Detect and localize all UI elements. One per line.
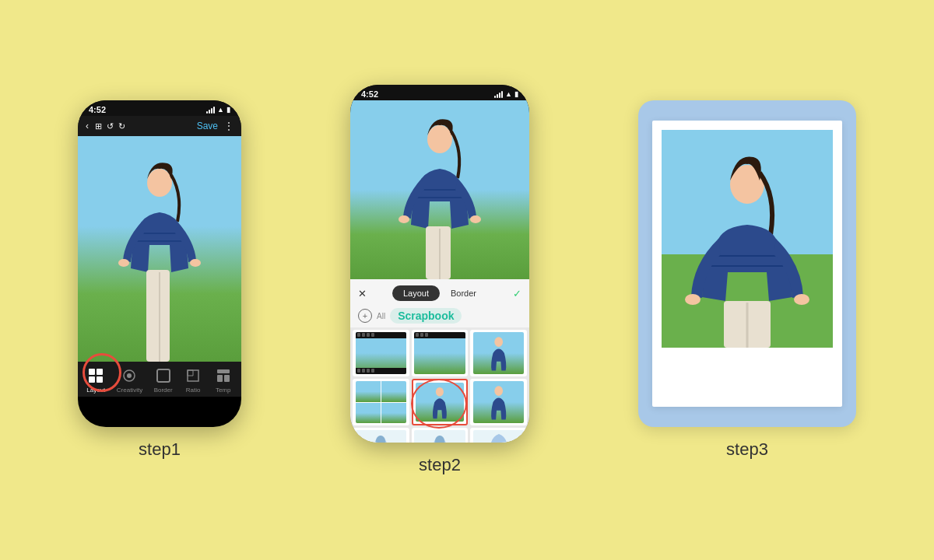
border-toolbar-item[interactable]: Border: [154, 366, 173, 394]
svg-point-2: [190, 259, 201, 267]
photo-area-2: [350, 100, 529, 279]
svg-point-21: [436, 387, 444, 397]
layout-thumb-7[interactable]: [353, 428, 409, 443]
panel-close-icon[interactable]: ✕: [358, 288, 367, 299]
ratio-label: Ratio: [186, 387, 201, 394]
svg-point-28: [685, 294, 700, 305]
status-bar-1: 4:52 ▲ ▮: [78, 100, 241, 116]
add-category-button[interactable]: +: [358, 309, 372, 323]
svg-rect-12: [217, 369, 230, 373]
bottom-toolbar-1: Layout Creativity: [78, 362, 241, 397]
ratio-icon: [184, 366, 202, 385]
polaroid-container: [638, 100, 856, 427]
svg-point-1: [118, 259, 129, 267]
photo-2: [350, 100, 529, 279]
polaroid-photo: [662, 130, 833, 348]
step2-label: step2: [419, 455, 461, 475]
signal-icon-2: [494, 90, 503, 98]
layout-thumb-4[interactable]: [353, 379, 409, 425]
layers-icon[interactable]: ⊞: [95, 121, 102, 131]
border-icon: [154, 366, 173, 385]
scrapbook-label[interactable]: Scrapbook: [390, 308, 462, 324]
svg-rect-3: [146, 270, 170, 362]
person-svg-3: [662, 130, 833, 348]
svg-point-17: [470, 215, 481, 223]
status-icons-2: ▲ ▮: [494, 90, 518, 98]
border-tab[interactable]: Border: [440, 285, 487, 301]
steps-container: 4:52 ▲ ▮ ‹ ⊞ ↺ ↻ Save ⋮: [23, 16, 911, 544]
toolbar-icons: ⊞ ↺ ↻: [95, 121, 125, 131]
thumb-silhouette-7: [365, 432, 396, 443]
film-strip-1: [356, 332, 406, 338]
person-svg-1: [109, 152, 210, 362]
thumb-person-3: [473, 332, 524, 374]
signal-icon: [206, 106, 215, 114]
phone-1: 4:52 ▲ ▮ ‹ ⊞ ↺ ↻ Save ⋮: [78, 100, 241, 427]
app-toolbar-1: ‹ ⊞ ↺ ↻ Save ⋮: [78, 116, 241, 136]
person-svg-2: [385, 108, 494, 279]
time-2: 4:52: [361, 89, 378, 99]
wifi-icon-2: ▲: [505, 90, 512, 98]
polaroid-frame: [652, 121, 842, 407]
svg-point-29: [794, 294, 809, 305]
step3-container: step3: [638, 100, 856, 460]
thumb-silhouette-9: [483, 432, 514, 443]
thumb-person-6: [473, 381, 524, 423]
ratio-toolbar-item[interactable]: Ratio: [184, 366, 202, 394]
film-strip-2: [414, 332, 465, 338]
more-icon[interactable]: ⋮: [224, 121, 234, 131]
template-icon: [214, 366, 233, 385]
wifi-icon: ▲: [217, 106, 224, 114]
svg-rect-13: [217, 375, 223, 382]
redo-icon[interactable]: ↻: [118, 121, 125, 131]
svg-point-15: [427, 125, 452, 153]
all-category-label[interactable]: All: [377, 312, 385, 320]
template-toolbar-item[interactable]: Temp: [214, 366, 233, 394]
bottom-panel: ✕ Layout Border ✓ + All Scrapbook: [350, 279, 529, 443]
panel-tabs: ✕ Layout Border ✓: [350, 279, 529, 304]
layout-thumb-6[interactable]: [470, 379, 527, 425]
creativity-label: Creativity: [117, 387, 142, 394]
layout-grid-container: [350, 327, 529, 443]
svg-point-16: [399, 215, 409, 223]
photo-1: [78, 136, 241, 362]
svg-point-10: [127, 373, 132, 378]
step2-container: 4:52 ▲ ▮: [350, 85, 529, 475]
svg-point-24: [435, 436, 444, 443]
panel-categories: + All Scrapbook: [350, 304, 529, 327]
status-icons-1: ▲ ▮: [206, 106, 230, 114]
step3-label: step3: [726, 439, 768, 460]
thumb-person-5: [416, 383, 464, 422]
svg-rect-18: [426, 226, 451, 279]
svg-point-20: [494, 337, 503, 347]
svg-point-22: [494, 386, 503, 396]
thumb-silhouette-8: [424, 432, 455, 443]
layout-thumb-5-selected[interactable]: [412, 379, 469, 425]
step1-label: step1: [139, 439, 181, 460]
creativity-icon: [120, 366, 139, 385]
layout-highlight-circle: [83, 353, 121, 392]
back-icon[interactable]: ‹: [86, 121, 89, 131]
layout-grid: [350, 327, 529, 443]
photo-area-1: [78, 136, 241, 362]
status-bar-2: 4:52 ▲ ▮: [350, 85, 529, 100]
svg-point-23: [376, 436, 385, 443]
svg-rect-14: [224, 375, 230, 382]
layout-thumb-8[interactable]: [412, 428, 469, 443]
layout-thumb-3[interactable]: [470, 330, 527, 376]
border-label: Border: [154, 387, 173, 394]
save-button[interactable]: Save: [197, 121, 218, 131]
temp-label: Temp: [216, 387, 231, 394]
panel-confirm-icon[interactable]: ✓: [513, 288, 521, 299]
time-1: 4:52: [89, 105, 106, 114]
svg-rect-11: [157, 369, 170, 382]
layout-thumb-1[interactable]: [353, 330, 409, 376]
undo-icon[interactable]: ↺: [107, 121, 114, 131]
phone-2: 4:52 ▲ ▮: [350, 85, 529, 443]
svg-point-0: [147, 169, 172, 197]
layout-tab[interactable]: Layout: [392, 285, 440, 301]
battery-icon: ▮: [226, 106, 230, 114]
layout-thumb-9[interactable]: [470, 428, 527, 443]
layout-thumb-2[interactable]: [412, 330, 469, 376]
polaroid-bottom: [662, 348, 833, 376]
